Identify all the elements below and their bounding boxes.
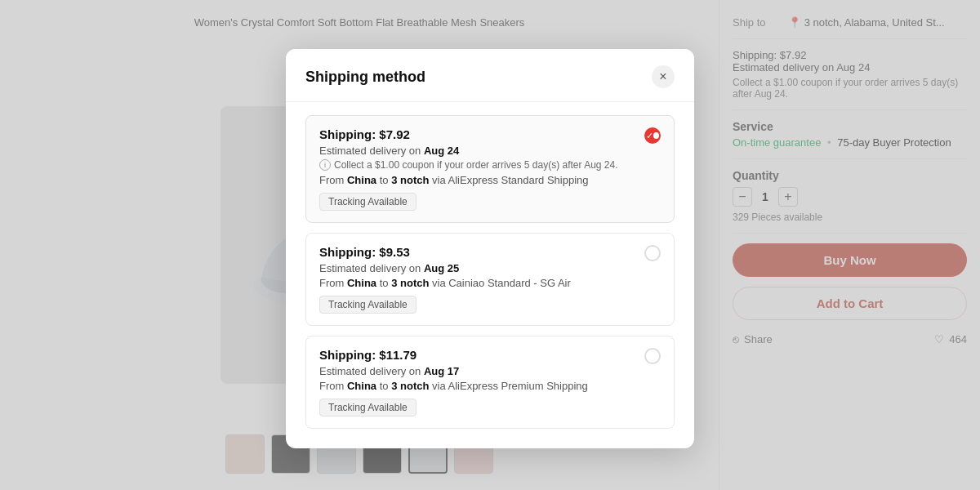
shipping-option-2-delivery: Estimated delivery on Aug 25 [319, 262, 638, 274]
shipping-option-1-tracking: Tracking Available [319, 193, 416, 211]
shipping-option-3-radio[interactable] [644, 348, 661, 364]
shipping-option-3-delivery: Estimated delivery on Aug 17 [319, 365, 638, 377]
shipping-option-2-tracking: Tracking Available [319, 296, 416, 314]
shipping-method-modal: Shipping method × Shipping: $7.92 Estima… [286, 49, 694, 448]
shipping-option-1-date: Aug 24 [424, 145, 459, 157]
shipping-option-3-price: Shipping: $11.79 [319, 348, 638, 362]
shipping-option-1-content: Shipping: $7.92 Estimated delivery on Au… [319, 127, 638, 211]
shipping-option-2-price: Shipping: $9.53 [319, 245, 638, 259]
shipping-option-2-radio[interactable] [644, 245, 661, 261]
modal-header: Shipping method × [286, 49, 694, 102]
shipping-option-2-content: Shipping: $9.53 Estimated delivery on Au… [319, 245, 638, 314]
check-icon: ✓ [646, 131, 653, 141]
shipping-option-1-price: Shipping: $7.92 [319, 127, 638, 141]
shipping-option-1-radio[interactable]: ✓ [644, 127, 661, 144]
shipping-option-1-route: From China to 3 notch via AliExpress Sta… [319, 174, 638, 186]
info-icon: i [319, 159, 331, 171]
shipping-option-3-content: Shipping: $11.79 Estimated delivery on A… [319, 348, 638, 416]
shipping-option-3-tracking: Tracking Available [319, 399, 416, 416]
shipping-option-1[interactable]: Shipping: $7.92 Estimated delivery on Au… [305, 115, 675, 223]
shipping-option-3-route: From China to 3 notch via AliExpress Pre… [319, 380, 638, 392]
shipping-option-1-delivery: Estimated delivery on Aug 24 [319, 145, 638, 157]
shipping-option-2[interactable]: Shipping: $9.53 Estimated delivery on Au… [305, 233, 675, 326]
shipping-option-1-coupon: i Collect a $1.00 coupon if your order a… [319, 159, 638, 171]
shipping-option-3[interactable]: Shipping: $11.79 Estimated delivery on A… [305, 336, 675, 429]
modal-close-button[interactable]: × [652, 65, 675, 88]
shipping-option-2-date: Aug 25 [424, 262, 459, 274]
modal-title: Shipping method [305, 69, 425, 86]
shipping-option-3-date: Aug 17 [424, 365, 459, 377]
modal-body: Shipping: $7.92 Estimated delivery on Au… [286, 102, 694, 448]
modal-container: Shipping method × Shipping: $7.92 Estima… [0, 0, 980, 490]
shipping-option-2-route: From China to 3 notch via Cainiao Standa… [319, 277, 638, 289]
